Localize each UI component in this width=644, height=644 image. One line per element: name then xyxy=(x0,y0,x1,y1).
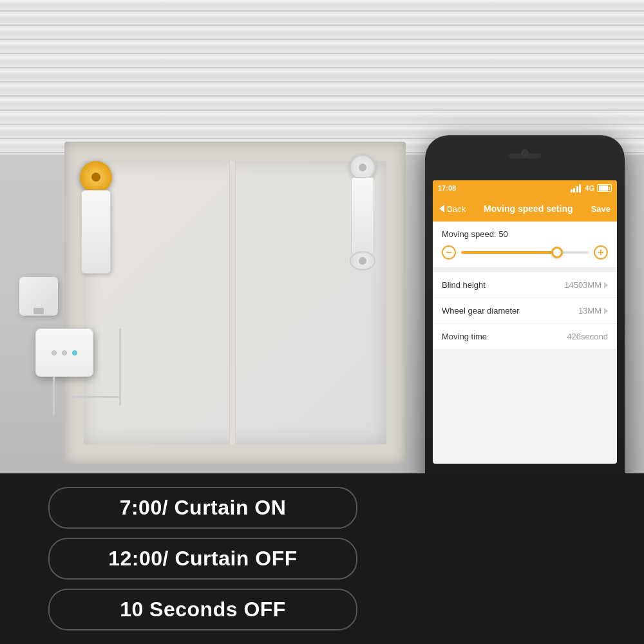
plus-button[interactable]: + xyxy=(594,245,608,260)
battery-icon xyxy=(597,184,612,192)
blind-slat xyxy=(0,113,644,125)
blind-slat xyxy=(0,99,644,111)
phone-screen: 17:08 4G xyxy=(433,180,617,464)
power-cable xyxy=(53,377,55,415)
schedule-item-2: 12:00/ Curtain OFF xyxy=(48,538,357,580)
phone-body: 17:08 4G xyxy=(425,135,625,515)
bar2 xyxy=(573,188,575,193)
motor-gear xyxy=(80,161,112,193)
bar1 xyxy=(571,189,573,193)
blind-slat xyxy=(0,14,644,26)
network-type: 4G xyxy=(585,184,594,192)
blind-slat xyxy=(0,0,644,12)
smart-controller xyxy=(35,328,93,377)
window-inner xyxy=(84,161,386,444)
chevron-right-icon-2 xyxy=(604,308,608,314)
back-chevron-icon xyxy=(439,205,444,213)
back-button[interactable]: Back xyxy=(439,204,466,214)
settings-list: Blind height 14503MM Wheel gear diameter… xyxy=(433,272,617,350)
roller-bottom-right xyxy=(350,251,375,270)
battery-fill xyxy=(599,185,608,191)
speed-section: Moving speed: 50 − + xyxy=(433,222,617,267)
blind-slat xyxy=(0,43,644,54)
blind-height-row[interactable]: Blind height 14503MM xyxy=(433,272,617,298)
roller-right xyxy=(345,155,380,270)
slider-row: − + xyxy=(442,245,608,260)
phone-camera xyxy=(522,149,528,156)
roller-body-right xyxy=(351,177,374,254)
status-icons: 4G xyxy=(571,184,612,193)
moving-time-row[interactable]: Moving time 426second xyxy=(433,324,617,350)
blind-height-label: Blind height xyxy=(442,280,486,290)
power-adapter xyxy=(19,277,58,316)
chevron-right-icon xyxy=(604,282,608,289)
phone-mockup: 17:08 4G xyxy=(425,135,625,515)
schedule-item-3: 10 Seconds OFF xyxy=(48,589,357,630)
minus-button[interactable]: − xyxy=(442,245,456,260)
bar4 xyxy=(579,184,581,193)
speed-label: Moving speed: 50 xyxy=(442,229,608,239)
roller-assembly xyxy=(73,161,118,290)
back-label: Back xyxy=(447,204,466,214)
blind-height-value: 14503MM xyxy=(564,280,608,290)
schedule-list: 7:00/ Curtain ON 12:00/ Curtain OFF 10 S… xyxy=(0,473,644,644)
venetian-blinds xyxy=(0,0,644,155)
moving-time-label: Moving time xyxy=(442,332,487,341)
bar3 xyxy=(576,186,578,193)
bottom-section: 7:00/ Curtain ON 12:00/ Curtain OFF 10 S… xyxy=(0,473,644,644)
moving-time-value: 426second xyxy=(567,332,608,341)
blind-slat xyxy=(0,71,644,82)
speed-slider-track[interactable] xyxy=(461,251,589,254)
slider-fill xyxy=(461,251,557,254)
window-frame xyxy=(64,142,406,464)
horizontal-cable xyxy=(68,396,121,398)
schedule-item-1: 7:00/ Curtain ON xyxy=(48,487,357,529)
blind-slat xyxy=(0,57,644,68)
app-header: Back Moving speed seting Save xyxy=(433,196,617,222)
roller-top-right xyxy=(350,155,375,180)
blind-slat xyxy=(0,85,644,97)
slider-thumb[interactable] xyxy=(551,247,563,258)
controller-status-lights xyxy=(52,350,77,355)
status-dot-active xyxy=(72,350,77,355)
cord-guide xyxy=(229,161,236,444)
status-dot xyxy=(62,350,67,355)
motor-cable xyxy=(119,328,121,406)
battery-tip xyxy=(609,187,610,190)
save-button[interactable]: Save xyxy=(591,204,611,214)
blind-slat xyxy=(0,28,644,40)
wheel-gear-value: 13MM xyxy=(578,306,608,316)
motor-body xyxy=(81,190,111,274)
screen-title: Moving speed seting xyxy=(484,204,573,214)
status-time: 17:08 xyxy=(438,184,456,192)
status-dot xyxy=(52,350,57,355)
wheel-gear-row[interactable]: Wheel gear diameter 13MM xyxy=(433,298,617,324)
wheel-gear-label: Wheel gear diameter xyxy=(442,306,520,316)
status-bar: 17:08 4G xyxy=(433,180,617,196)
signal-bars-icon xyxy=(571,184,582,193)
